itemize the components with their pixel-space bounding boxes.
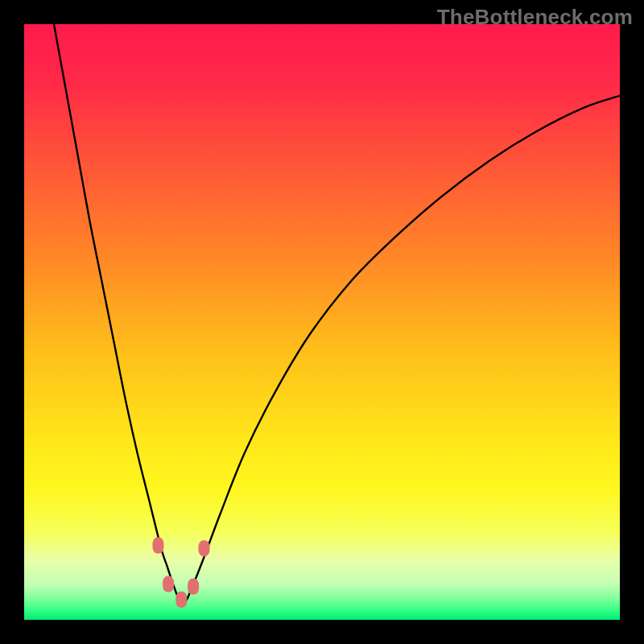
gradient-background bbox=[24, 24, 620, 620]
marker-dot bbox=[175, 592, 187, 608]
marker-dot bbox=[188, 579, 199, 595]
chart-frame: TheBottleneck.com bbox=[0, 0, 644, 644]
marker-dot bbox=[198, 540, 209, 556]
marker-dot bbox=[163, 576, 174, 592]
bottleneck-chart bbox=[24, 24, 620, 620]
plot-area bbox=[24, 24, 620, 620]
marker-dot bbox=[153, 538, 164, 554]
